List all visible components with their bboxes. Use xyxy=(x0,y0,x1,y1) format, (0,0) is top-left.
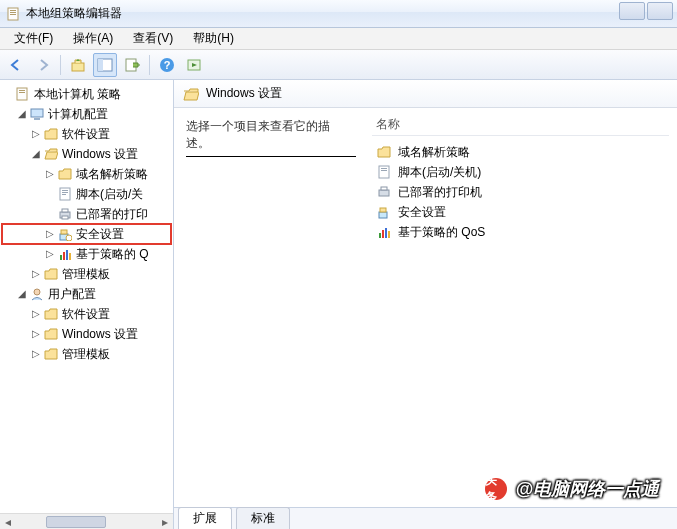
up-button[interactable] xyxy=(66,53,90,77)
toolbar-separator xyxy=(60,55,61,75)
scroll-right-icon[interactable]: ▸ xyxy=(157,515,173,529)
svg-rect-38 xyxy=(379,233,381,238)
script-icon xyxy=(376,164,392,180)
tree-user-config[interactable]: ◢ 用户配置 xyxy=(2,284,171,304)
svg-rect-21 xyxy=(62,209,68,212)
tree-label: Windows 设置 xyxy=(62,144,138,164)
svg-rect-29 xyxy=(69,253,71,260)
back-button[interactable] xyxy=(4,53,28,77)
tree[interactable]: 本地计算机 策略 ◢ 计算机配置 ▷ 软件设置 ◢ Windows 设置 ▷ 域 xyxy=(0,80,173,511)
tree-label: 脚本(启动/关 xyxy=(76,184,143,204)
svg-rect-34 xyxy=(379,190,389,196)
svg-text:?: ? xyxy=(164,59,171,71)
menu-action[interactable]: 操作(A) xyxy=(63,28,123,49)
help-button[interactable]: ? xyxy=(155,53,179,77)
tree-user-admin-templates[interactable]: ▷ 管理模板 xyxy=(2,344,171,364)
svg-rect-17 xyxy=(62,190,68,191)
tree-user-software[interactable]: ▷ 软件设置 xyxy=(2,304,171,324)
window-titlebar: 本地组策略编辑器 xyxy=(0,0,677,28)
expander-icon[interactable]: ◢ xyxy=(30,144,42,164)
tree-pane: 本地计算机 策略 ◢ 计算机配置 ▷ 软件设置 ◢ Windows 设置 ▷ 域 xyxy=(0,80,174,529)
list-item-dns[interactable]: 域名解析策略 xyxy=(372,142,669,162)
tree-root[interactable]: 本地计算机 策略 xyxy=(2,84,171,104)
list-label: 安全设置 xyxy=(398,204,446,221)
list-item-security[interactable]: 安全设置 xyxy=(372,202,669,222)
tree-security-settings[interactable]: ▷ 安全设置 xyxy=(2,224,171,244)
expander-icon[interactable]: ▷ xyxy=(44,164,56,184)
tree-comp-windows[interactable]: ◢ Windows 设置 xyxy=(2,144,171,164)
menu-view[interactable]: 查看(V) xyxy=(123,28,183,49)
tree-comp-software[interactable]: ▷ 软件设置 xyxy=(2,124,171,144)
expander-icon[interactable]: ▷ xyxy=(44,224,56,244)
list-item-printers[interactable]: 已部署的打印机 xyxy=(372,182,669,202)
svg-rect-32 xyxy=(381,168,387,169)
folder-icon xyxy=(43,346,59,362)
tree-label: Windows 设置 xyxy=(62,324,138,344)
tree-label: 管理模板 xyxy=(62,264,110,284)
expander-icon[interactable]: ▷ xyxy=(44,244,56,264)
expander-icon[interactable]: ◢ xyxy=(16,104,28,124)
expander-icon[interactable]: ▷ xyxy=(30,124,42,144)
svg-rect-28 xyxy=(66,250,68,260)
column-header-name[interactable]: 名称 xyxy=(372,114,669,136)
tree-dns-policy[interactable]: ▷ 域名解析策略 xyxy=(2,164,171,184)
list-item-scripts[interactable]: 脚本(启动/关机) xyxy=(372,162,669,182)
forward-button[interactable] xyxy=(31,53,55,77)
tree-label: 用户配置 xyxy=(48,284,96,304)
svg-rect-15 xyxy=(34,118,40,120)
tree-label: 安全设置 xyxy=(76,224,124,244)
scroll-left-icon[interactable]: ◂ xyxy=(0,515,16,529)
list-label: 已部署的打印机 xyxy=(398,184,482,201)
svg-rect-41 xyxy=(388,231,390,238)
svg-rect-6 xyxy=(98,59,103,71)
tree-computer-config[interactable]: ◢ 计算机配置 xyxy=(2,104,171,124)
svg-rect-3 xyxy=(10,14,16,15)
svg-rect-19 xyxy=(62,194,66,195)
minimize-button[interactable] xyxy=(619,2,645,20)
svg-rect-4 xyxy=(72,63,84,71)
menu-help[interactable]: 帮助(H) xyxy=(183,28,244,49)
description-hint: 选择一个项目来查看它的描述。 xyxy=(186,119,330,150)
expander-icon[interactable]: ▷ xyxy=(30,264,42,284)
svg-rect-33 xyxy=(381,170,387,171)
tree-scripts[interactable]: 脚本(启动/关 xyxy=(2,184,171,204)
computer-icon xyxy=(29,106,45,122)
printer-icon xyxy=(376,184,392,200)
svg-rect-26 xyxy=(60,255,62,260)
tree-label: 计算机配置 xyxy=(48,104,108,124)
tree-comp-admin-templates[interactable]: ▷ 管理模板 xyxy=(2,264,171,284)
svg-rect-31 xyxy=(379,166,389,178)
svg-rect-40 xyxy=(385,228,387,238)
tree-printers[interactable]: 已部署的打印 xyxy=(2,204,171,224)
toolbar-separator xyxy=(149,55,150,75)
content-pane: Windows 设置 选择一个项目来查看它的描述。 名称 域名解析策略 脚本(启… xyxy=(174,80,677,529)
list-item-qos[interactable]: 基于策略的 QoS xyxy=(372,222,669,242)
export-button[interactable] xyxy=(120,53,144,77)
tree-label: 域名解析策略 xyxy=(76,164,148,184)
expander-icon[interactable]: ▷ xyxy=(30,304,42,324)
maximize-button[interactable] xyxy=(647,2,673,20)
user-icon xyxy=(29,286,45,302)
svg-rect-12 xyxy=(19,90,25,91)
show-tree-button[interactable] xyxy=(93,53,117,77)
tab-standard[interactable]: 标准 xyxy=(236,507,290,529)
scroll-thumb[interactable] xyxy=(46,516,106,528)
folder-open-icon xyxy=(43,146,59,162)
tab-extended[interactable]: 扩展 xyxy=(178,507,232,529)
tree-horizontal-scrollbar[interactable]: ◂ ▸ xyxy=(0,513,173,529)
folder-icon xyxy=(43,126,59,142)
tree-label: 管理模板 xyxy=(62,344,110,364)
expander-icon[interactable]: ◢ xyxy=(16,284,28,304)
action-button[interactable] xyxy=(182,53,206,77)
menu-file[interactable]: 文件(F) xyxy=(4,28,63,49)
svg-rect-13 xyxy=(19,92,25,93)
svg-rect-27 xyxy=(63,252,65,260)
expander-icon[interactable]: ▷ xyxy=(30,344,42,364)
expander-icon[interactable]: ▷ xyxy=(30,324,42,344)
svg-rect-18 xyxy=(62,192,68,193)
menu-bar: 文件(F) 操作(A) 查看(V) 帮助(H) xyxy=(0,28,677,50)
tree-user-windows[interactable]: ▷ Windows 设置 xyxy=(2,324,171,344)
script-icon xyxy=(57,186,73,202)
tree-qos[interactable]: ▷ 基于策略的 Q xyxy=(2,244,171,264)
svg-point-30 xyxy=(34,289,40,295)
